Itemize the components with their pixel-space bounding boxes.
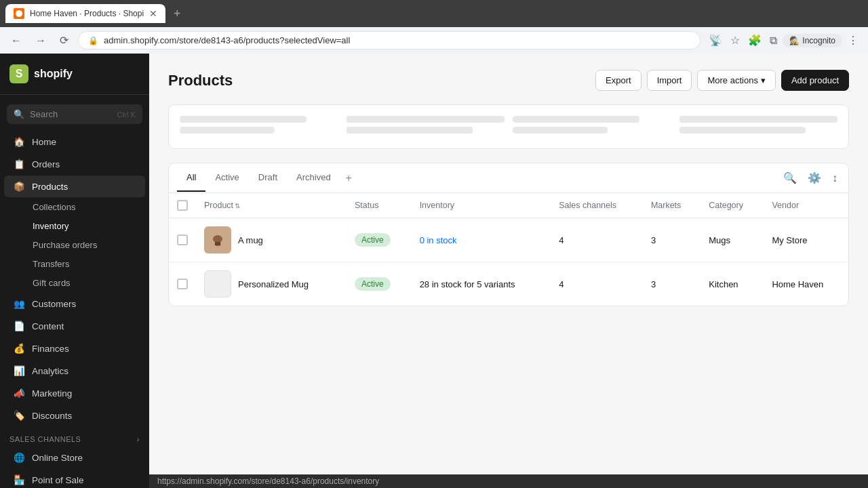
skeleton-line <box>513 127 608 134</box>
sidebar-item-discounts[interactable]: 🏷️ Discounts <box>4 405 145 426</box>
status-bar: https://admin.shopify.com/store/de8143-a… <box>149 474 868 488</box>
chevron-down-icon: ▾ <box>761 75 766 85</box>
sidebar-item-transfers[interactable]: Transfers <box>4 255 145 273</box>
sidebar-item-content-label: Content <box>32 321 64 331</box>
page-header: Products Export Import More actions ▾ Ad… <box>168 70 849 91</box>
vendor-value: My Store <box>764 218 848 262</box>
select-all-header[interactable] <box>169 193 196 218</box>
toolbar-icons: 📡 ☆ 🧩 ⧉ 🕵 Incognito ⋮ <box>706 31 861 49</box>
sidebar-item-home[interactable]: 🏠 Home <box>4 131 145 152</box>
tab-draft[interactable]: Draft <box>249 164 287 192</box>
skeleton-card-1 <box>180 116 338 138</box>
sidebar-item-discounts-label: Discounts <box>32 411 72 421</box>
orders-icon: 📋 <box>14 159 25 169</box>
product-column-header: Product ⇅ <box>196 193 347 218</box>
sidebar-item-finances[interactable]: 💰 Finances <box>4 338 145 359</box>
back-btn[interactable]: ← <box>7 32 26 49</box>
browser-title-bar: Home Haven · Products · Shopi ✕ + <box>0 0 868 27</box>
address-text: admin.shopify.com/store/de8143-a6/produc… <box>104 35 690 45</box>
search-table-btn[interactable]: 🔍 <box>781 169 800 187</box>
finances-icon: 💰 <box>14 343 25 354</box>
sidebar-item-products[interactable]: 📦 Products <box>4 176 145 197</box>
refresh-btn[interactable]: ⟳ <box>56 31 73 49</box>
sidebar-item-content[interactable]: 📄 Content <box>4 315 145 337</box>
add-product-btn[interactable]: Add product <box>781 70 849 91</box>
incognito-badge: 🕵 Incognito <box>783 34 842 47</box>
address-bar[interactable]: 🔒 admin.shopify.com/store/de8143-a6/prod… <box>78 31 701 49</box>
sort-arrow-icon: ⇅ <box>235 202 240 209</box>
vendor-value: Home Haven <box>764 262 848 306</box>
more-actions-btn[interactable]: More actions ▾ <box>697 70 775 91</box>
menu-btn[interactable]: ⋮ <box>845 31 861 49</box>
status-column-header: Status <box>347 193 412 218</box>
sidebar-item-home-label: Home <box>32 137 56 147</box>
products-tbody: A mug Active0 in stock43MugsMy Store Per… <box>169 218 848 306</box>
sales-channels-label: Sales channels › <box>9 435 140 443</box>
forward-btn[interactable]: → <box>31 32 50 49</box>
extensions-icon[interactable]: 🧩 <box>745 31 764 49</box>
browser-toolbar: ← → ⟳ 🔒 admin.shopify.com/store/de8143-a… <box>0 27 868 54</box>
sidebar-item-analytics-label: Analytics <box>32 366 68 376</box>
sidebar-item-gift-cards[interactable]: Gift cards <box>4 274 145 292</box>
bookmark-icon[interactable]: ☆ <box>728 31 743 49</box>
table-tabs: All Active Draft Archived + 🔍 ⚙️ ↕ <box>169 163 848 193</box>
inventory-label: Inventory <box>33 221 68 231</box>
shopify-text: shopify <box>34 68 73 80</box>
main-inner: Products Export Import More actions ▾ Ad… <box>149 54 868 474</box>
status-badge: Active <box>355 233 391 247</box>
cast-icon[interactable]: 📡 <box>706 31 725 49</box>
browser-chrome: Home Haven · Products · Shopi ✕ + ← → ⟳ … <box>0 0 868 54</box>
category-value: Kitchen <box>701 262 764 306</box>
app-container: S shopify 🔍 Search Ctrl K 🏠 Home 📋 Order… <box>0 54 868 488</box>
gift-cards-label: Gift cards <box>33 278 71 288</box>
analytics-icon: 📊 <box>14 365 25 376</box>
search-icon: 🔍 <box>14 109 24 119</box>
row-checkbox-1[interactable] <box>177 235 188 245</box>
expand-icon[interactable]: › <box>137 435 140 443</box>
tab-active[interactable]: Active <box>205 164 248 192</box>
online-store-label: Online Store <box>32 453 83 463</box>
tab-favicon <box>14 8 24 19</box>
sidebar-item-customers[interactable]: 👥 Customers <box>4 293 145 314</box>
sidebar-item-point-of-sale[interactable]: 🏪 Point of Sale <box>4 469 145 488</box>
product-sort[interactable]: Product ⇅ <box>204 201 240 210</box>
svg-rect-1 <box>215 242 220 246</box>
tab-archived[interactable]: Archived <box>287 164 340 192</box>
browser-tab[interactable]: Home Haven · Products · Shopi ✕ <box>5 4 165 23</box>
tab-close-btn[interactable]: ✕ <box>149 8 157 19</box>
sidebar-search[interactable]: 🔍 Search Ctrl K <box>7 104 142 124</box>
sidebar-item-collections[interactable]: Collections <box>4 198 145 216</box>
main-content: Products Export Import More actions ▾ Ad… <box>149 54 868 488</box>
sort-btn[interactable]: ↕ <box>829 169 840 187</box>
filter-btn[interactable]: ⚙️ <box>805 169 824 187</box>
import-btn[interactable]: Import <box>647 70 692 91</box>
svg-point-0 <box>213 235 222 243</box>
sidebar-item-analytics[interactable]: 📊 Analytics <box>4 360 145 382</box>
product-col-label: Product <box>204 201 233 210</box>
online-store-icon: 🌐 <box>14 452 25 463</box>
sidebar-item-marketing-label: Marketing <box>32 388 72 399</box>
product-name[interactable]: Personalized Mug <box>238 279 309 289</box>
skeleton-card-4 <box>679 116 838 138</box>
export-btn[interactable]: Export <box>595 70 642 91</box>
sidebar-item-online-store[interactable]: 🌐 Online Store <box>4 447 145 468</box>
more-actions-label: More actions <box>707 75 757 85</box>
add-tab-btn[interactable]: + <box>340 164 357 192</box>
inventory-column-header: Inventory <box>412 193 551 218</box>
product-name[interactable]: A mug <box>238 235 263 245</box>
new-tab-btn[interactable]: + <box>174 7 181 21</box>
row-checkbox-2[interactable] <box>177 279 188 289</box>
sales-channels-value: 4 <box>551 262 643 306</box>
product-cell: A mug <box>204 226 338 253</box>
tab-all[interactable]: All <box>177 164 205 192</box>
sidebar-item-inventory[interactable]: Inventory <box>4 217 145 235</box>
status-url: https://admin.shopify.com/store/de8143-a… <box>157 476 379 486</box>
skeleton-line <box>679 127 806 134</box>
sidebar-item-marketing[interactable]: 📣 Marketing <box>4 382 145 404</box>
select-all-checkbox[interactable] <box>177 200 188 211</box>
skeleton-line <box>180 116 307 123</box>
markets-value: 3 <box>643 262 701 306</box>
window-icon[interactable]: ⧉ <box>767 32 780 49</box>
sidebar-item-orders[interactable]: 📋 Orders <box>4 153 145 175</box>
sidebar-item-purchase-orders[interactable]: Purchase orders <box>4 236 145 254</box>
